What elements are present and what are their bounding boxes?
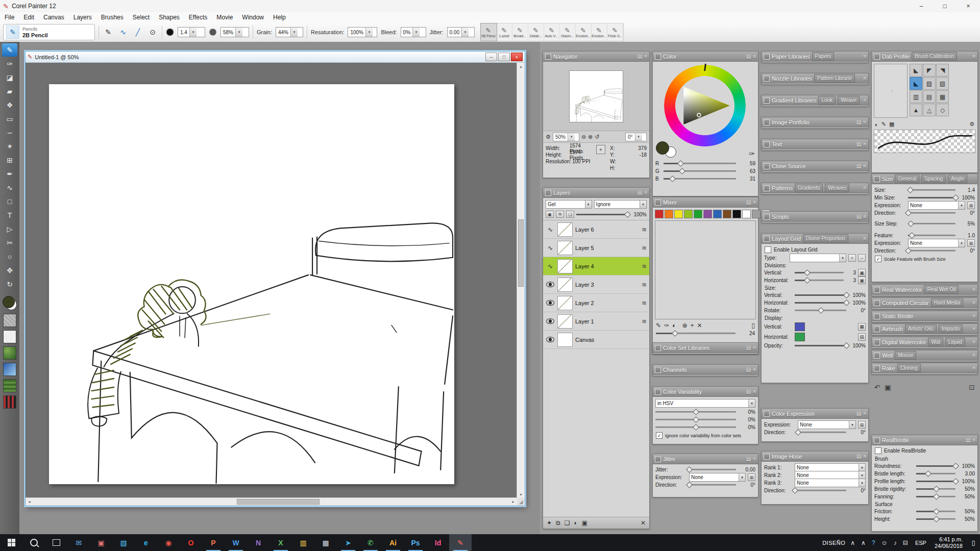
grabber-tool[interactable]: ✥ [2,264,17,277]
menu-canvas[interactable]: Canvas [39,12,69,22]
lock-icon[interactable]: ▣ [582,519,587,527]
mixer-swatch[interactable] [674,210,683,218]
dynamic-plugins-icon[interactable]: ✦ [547,519,552,527]
mixer-pan-icon[interactable]: + [690,322,694,329]
paper-selector[interactable] [3,314,16,327]
enable-layout-grid-checkbox[interactable] [765,246,771,253]
clone-color-icon[interactable]: ⊙ [147,27,158,38]
zoom-dropdown-icon[interactable]: ▾ [568,133,575,141]
composite-dropdown-icon[interactable]: ▾ [640,201,646,208]
red-slider[interactable] [664,163,736,164]
enable-realbristle-checkbox[interactable] [875,447,881,454]
panel-menu-icon[interactable]: ≡ [863,54,866,59]
minimize-button[interactable]: – [910,0,933,12]
panel-menu-icon[interactable]: ≡ [863,185,866,191]
eraser-tool[interactable]: ▰ [2,85,17,98]
panel-toggle-icon[interactable] [874,339,880,345]
nozzle-selector[interactable] [3,346,16,360]
resaturation-dropdown-icon[interactable]: ▾ [365,28,373,37]
panel-toggle-icon[interactable] [655,345,661,351]
dropdown-icon[interactable]: ▾ [849,421,855,429]
dock-expand-icon[interactable]: ⊡ [969,383,975,391]
mixer-swatch[interactable] [665,210,673,218]
panel-toggle-icon[interactable] [655,199,661,206]
menu-movie[interactable]: Movie [212,12,237,22]
variability-h-slider[interactable] [655,411,736,413]
layer-row-layer6[interactable]: ∿Layer 6≋ [543,220,649,239]
navigator-preview[interactable] [543,62,649,131]
brush-tracking-icon[interactable]: ▣ [885,383,891,391]
panel-list-icon[interactable]: ▤ [746,456,751,462]
panel-list-icon[interactable]: ▤ [856,454,861,459]
vertical-grid-style-icon[interactable]: ▦ [858,323,866,331]
panel-tab-liquid-ink[interactable]: Liquid [945,338,965,346]
opacity-spinner[interactable]: 58% ▾ [220,27,249,37]
jitter-expression-select[interactable]: None▾ [689,473,746,482]
volume-tray-icon[interactable]: ♪ [891,539,900,546]
dirty-brush-icon[interactable]: ✎ [656,322,661,329]
search-button[interactable] [22,534,45,551]
blend-dropdown-icon[interactable]: ▾ [585,201,592,208]
panel-tab-real-wet-oil[interactable]: Real Wet Oil [924,285,959,294]
dropdown-icon[interactable]: ▾ [739,473,745,481]
profile-length-slider[interactable] [916,481,955,482]
panel-toggle-icon[interactable] [874,176,880,182]
reset-rotation-icon[interactable]: ↺ [595,134,599,140]
brush-selector[interactable]: ✎ Pencils 2B Pencil [3,24,95,40]
taskbar-app-opera[interactable]: O [180,534,202,551]
panel-toggle-icon[interactable] [874,313,880,319]
menu-window[interactable]: Window [237,12,268,22]
panel-menu-icon[interactable]: ≡ [644,190,647,195]
panel-tab-papers[interactable]: Papers [812,52,835,61]
variant-broad[interactable]: ✎Broad... [512,23,528,41]
panel-tab-pattern-libraries[interactable]: Pattern Librarie [814,74,855,83]
panel-tab-hard-media[interactable]: Hard Media [931,298,964,307]
panel-tab-spacing[interactable]: Spacing [921,174,946,183]
vertical-grid-color-swatch[interactable] [795,322,805,331]
mixer-swatch[interactable] [655,210,664,218]
bristle-rigidity-slider[interactable] [916,488,955,490]
dab-shape-cell[interactable]: ▨ [923,77,936,90]
menu-layers[interactable]: Layers [69,12,96,22]
navigator-settings-icon[interactable]: ⚙ [546,134,551,140]
panel-toggle-icon[interactable] [874,437,880,443]
divisions-vertical-slider[interactable] [795,272,844,273]
help-tray-icon[interactable]: ? [869,539,878,546]
display-profile-chevron-icon[interactable]: ∧ [847,539,858,546]
variability-s-slider[interactable] [655,419,736,420]
pattern-selector[interactable] [3,379,16,392]
bristle-length-slider[interactable] [916,473,955,474]
lock-icon[interactable]: ▣ [858,269,866,277]
mixer-swatch[interactable] [684,210,693,218]
saturation-value-triangle[interactable] [675,76,734,135]
panel-tab-weaves[interactable]: Weaves [825,184,849,192]
variant-erosion-1[interactable]: ✎Erosion... [576,23,592,41]
color-swatches[interactable] [2,295,17,311]
paint-bucket-tool[interactable]: ◪ [2,71,17,84]
clear-mixer-icon[interactable]: ✕ [697,322,702,329]
expression-pad-icon[interactable]: ⊞ [858,421,866,429]
panel-list-icon[interactable]: ▤ [856,119,861,125]
panel-list-icon[interactable]: ▤ [746,199,751,205]
bleed-spinner[interactable]: 0% ▾ [401,27,426,37]
scale-feature-checkbox[interactable]: ✓ [875,256,881,262]
menu-brushes[interactable]: Brushes [96,12,128,22]
brush-ghost-icon[interactable]: ↶ [874,383,880,391]
panel-toggle-icon[interactable] [874,54,880,60]
taskbar-app-onenote[interactable]: N [247,534,270,551]
panel-menu-icon[interactable]: ≡ [972,326,975,332]
layer-visibility-icon[interactable] [546,337,555,342]
mixer-swatch[interactable] [723,210,731,218]
delete-preset-icon[interactable]: − [858,254,866,262]
magnifier-tool[interactable]: ○ [2,250,17,263]
taskbar-app-indesign[interactable]: Id [427,534,449,551]
variant-auto[interactable]: ✎Auto V... [544,23,560,41]
navigator-zoom-spinner[interactable]: 50% ▾ [553,133,579,141]
mixer-swatch[interactable] [694,210,702,218]
panel-menu-icon[interactable]: ≡ [972,54,975,59]
size-direction-slider[interactable] [908,212,955,214]
panel-toggle-icon[interactable] [764,119,770,126]
panel-menu-icon[interactable]: ≡ [644,54,647,59]
new-layer-icon[interactable]: ⧉ [556,519,560,527]
panel-toggle-icon[interactable] [764,185,770,191]
